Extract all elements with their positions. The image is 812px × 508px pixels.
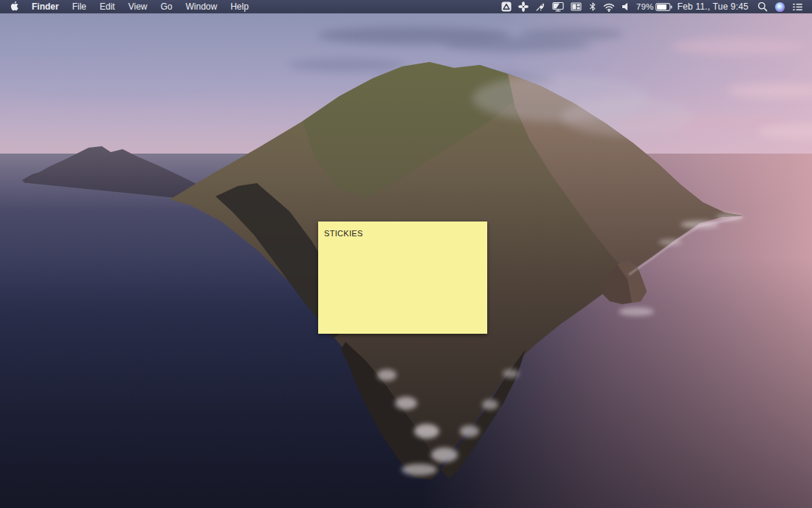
menu-window[interactable]: Window	[179, 0, 224, 13]
bluetooth-icon[interactable]	[588, 1, 596, 12]
menu-go[interactable]: Go	[154, 0, 179, 13]
window-tiles-app-icon[interactable]	[571, 1, 582, 12]
app-menus: Finder File Edit View Go Window Help	[25, 0, 255, 13]
wifi-icon[interactable]	[603, 2, 615, 12]
apple-menu[interactable]	[9, 0, 25, 13]
battery-icon	[656, 3, 672, 11]
battery-status[interactable]: 79%	[636, 0, 673, 13]
menu-bar-clock[interactable]: Feb 11., Tue 9:45	[677, 0, 749, 13]
battery-percent-label: 79%	[636, 0, 654, 13]
display-app-icon[interactable]	[552, 1, 564, 12]
apple-logo-icon	[10, 0, 19, 13]
menu-help[interactable]: Help	[224, 0, 255, 13]
desktop: Finder File Edit View Go Window Help	[0, 0, 812, 508]
menu-file[interactable]: File	[66, 0, 93, 13]
rocket-app-icon[interactable]	[535, 1, 546, 12]
notification-center-icon[interactable]	[792, 2, 803, 12]
sticky-note-text[interactable]: STICKIES	[318, 222, 487, 246]
menu-view[interactable]: View	[122, 0, 154, 13]
spotlight-search-icon[interactable]	[757, 1, 768, 12]
triangle-app-icon[interactable]	[501, 1, 512, 12]
volume-icon[interactable]	[622, 2, 630, 11]
sticky-note-window[interactable]: STICKIES	[318, 222, 487, 334]
menu-finder[interactable]: Finder	[25, 0, 66, 13]
fan-app-icon[interactable]	[518, 1, 529, 12]
siri-icon[interactable]	[774, 1, 785, 13]
menu-bar: Finder File Edit View Go Window Help	[0, 0, 812, 13]
status-tray: 79% Feb 11., Tue 9:45	[495, 0, 803, 13]
menu-edit[interactable]: Edit	[93, 0, 122, 13]
